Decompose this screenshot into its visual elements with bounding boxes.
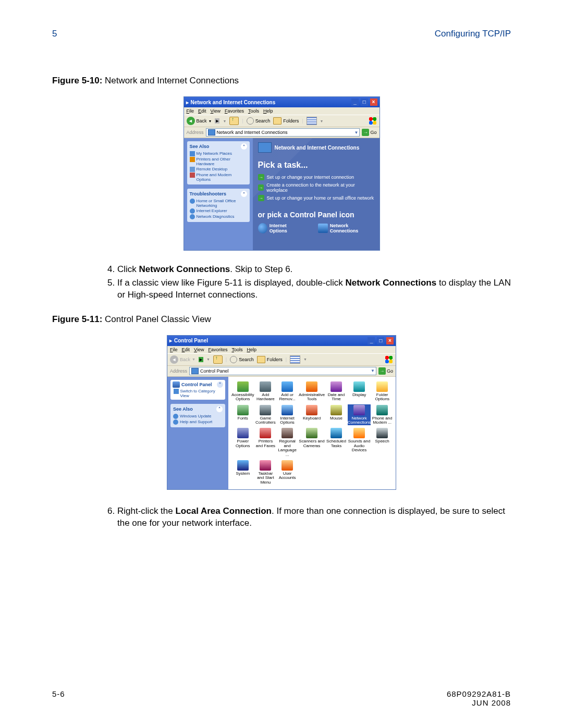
go-button[interactable]: →Go <box>378 367 393 375</box>
cp-icon-date-and-time[interactable]: Date and Time <box>326 381 347 402</box>
see-also-printers[interactable]: Printers and Other Hardware <box>190 157 247 166</box>
menu-tools[interactable]: Tools <box>248 108 259 114</box>
page-footer: 5-6 68P09292A81-B JUN 2008 <box>52 689 511 707</box>
menu-tools[interactable]: Tools <box>231 347 242 352</box>
see-also-remote-desktop[interactable]: Remote Desktop <box>190 167 247 172</box>
collapse-icon[interactable]: ˄ <box>217 381 223 388</box>
cp-icon-system[interactable]: System <box>231 460 254 485</box>
windows-logo-icon <box>384 355 394 364</box>
menubar: File Edit View Favorites Tools Help <box>184 107 380 115</box>
cp-icon-user-accounts[interactable]: User Accounts <box>277 460 298 485</box>
maximize-button[interactable]: □ <box>377 337 384 344</box>
cp-icon-folder-options[interactable]: Folder Options <box>372 381 393 402</box>
screenshot-control-panel: ▸Control Panel _ □ × File Edit View Favo… <box>167 335 396 490</box>
menu-edit[interactable]: Edit <box>182 347 190 352</box>
address-input[interactable]: Control Panel ▼ <box>189 367 376 375</box>
ts-home-office[interactable]: Home or Small Office Networking <box>190 199 247 208</box>
maximize-button[interactable]: □ <box>361 98 368 106</box>
applet-icon <box>282 428 293 438</box>
see-also-my-network-places[interactable]: My Network Places <box>190 151 247 156</box>
cp-icon-game-controllers[interactable]: Game Controllers <box>255 404 276 426</box>
applet-icon <box>260 381 271 392</box>
icon-internet-options[interactable]: Internet Options <box>258 223 303 233</box>
left-task-pane: See Also˄ My Network Places Printers and… <box>184 138 253 250</box>
views-button[interactable] <box>290 355 300 364</box>
cp-icon-add-hardware[interactable]: Add Hardware <box>255 381 276 402</box>
search-button[interactable]: Search <box>230 356 254 363</box>
address-input[interactable]: Network and Internet Connections ▼ <box>206 128 360 137</box>
menu-file[interactable]: File <box>187 108 194 114</box>
applet-icon <box>353 428 365 438</box>
task-setup-internet[interactable]: →Set up or change your Internet connecti… <box>258 174 374 180</box>
close-button[interactable]: × <box>386 337 394 344</box>
collapse-icon[interactable]: ˄ <box>216 406 223 412</box>
menu-favorites[interactable]: Favorites <box>208 347 227 352</box>
address-bar: Address Control Panel ▼ →Go <box>167 366 396 377</box>
menu-help[interactable]: Help <box>263 108 273 114</box>
cp-icon-taskbar-and-start-menu[interactable]: Taskbar and Start Menu <box>255 460 276 485</box>
collapse-icon[interactable]: ˄ <box>241 191 247 197</box>
cp-icon-keyboard[interactable]: Keyboard <box>299 404 325 426</box>
doc-date: JUN 2008 <box>472 698 511 707</box>
back-button[interactable]: ◄Back▼ <box>187 117 212 125</box>
minimize-button[interactable]: _ <box>368 337 375 344</box>
cp-icon-regional-and-language[interactable]: Regional and Language ... <box>277 427 298 458</box>
switch-category-view[interactable]: Switch to Category View <box>174 389 223 398</box>
cp-icon-speech[interactable]: Speech <box>372 427 393 458</box>
cp-icon-power-options[interactable]: Power Options <box>231 427 254 458</box>
cp-icon-mouse[interactable]: Mouse <box>326 404 347 426</box>
step-5: If a classic view like Figure 5-11 is di… <box>117 277 511 301</box>
ts-network-diag[interactable]: Network Diagnostics <box>190 214 247 219</box>
cp-icon-sounds-and-audio-devices[interactable]: Sounds and Audio Devices <box>348 427 371 458</box>
menubar: File Edit View Favorites Tools Help <box>167 346 396 353</box>
menu-edit[interactable]: Edit <box>198 108 206 114</box>
icon-network-connections[interactable]: Network Connections <box>318 223 374 233</box>
menu-favorites[interactable]: Favorites <box>225 108 244 114</box>
task-workplace-connection[interactable]: →Create a connection to the network at y… <box>258 182 374 193</box>
cp-icon-accessibility-options[interactable]: Accessibility Options <box>231 381 254 402</box>
views-button[interactable] <box>307 117 317 125</box>
menu-file[interactable]: File <box>170 347 178 352</box>
cp-icon-add-or-remov[interactable]: Add or Remov... <box>277 381 298 402</box>
up-button[interactable] <box>229 117 239 125</box>
see-also-windows-update[interactable]: Windows Update <box>173 414 223 419</box>
cp-icon-scheduled-tasks[interactable]: Scheduled Tasks <box>326 427 347 458</box>
folders-button[interactable]: Folders <box>273 117 299 125</box>
cp-icon-network-connections[interactable]: Network Connections <box>348 404 371 426</box>
cp-icon-scanners-and-cameras[interactable]: Scanners and Cameras <box>299 427 325 458</box>
task-home-office-network[interactable]: →Set up or change your home or small off… <box>258 195 374 201</box>
applet-icon <box>282 460 293 471</box>
applet-icon <box>331 405 342 415</box>
collapse-icon[interactable]: ˄ <box>241 143 247 150</box>
up-button[interactable] <box>213 355 223 364</box>
applet-icon <box>237 460 249 471</box>
applet-icon <box>306 428 317 438</box>
search-button[interactable]: Search <box>247 117 271 125</box>
window-titlebar: ▸Network and Internet Connections _ □ × <box>184 97 380 107</box>
forward-button[interactable]: ► <box>215 118 219 124</box>
go-button[interactable]: →Go <box>362 129 376 136</box>
menu-view[interactable]: View <box>194 347 204 352</box>
cp-icon-printers-and-faxes[interactable]: Printers and Faxes <box>255 427 276 458</box>
forward-button[interactable]: ► <box>199 357 203 362</box>
menu-help[interactable]: Help <box>247 347 256 352</box>
troubleshooters-panel: Troubleshooters˄ Home or Small Office Ne… <box>187 189 250 222</box>
screenshot-network-internet: ▸Network and Internet Connections _ □ × … <box>183 96 380 251</box>
minimize-button[interactable]: _ <box>351 98 359 106</box>
see-also-help-support[interactable]: Help and Support <box>173 419 223 425</box>
cp-icon-display[interactable]: Display <box>348 381 371 402</box>
window-titlebar: ▸Control Panel _ □ × <box>167 336 396 346</box>
cp-icon-phone-and-modem[interactable]: Phone and Modem ... <box>372 404 393 426</box>
see-also-phone-modem[interactable]: Phone and Modem Options <box>190 172 247 182</box>
chapter-number: 5 <box>52 29 57 39</box>
applet-icon <box>237 405 249 415</box>
see-also-panel: See Also˄ Windows Update Help and Suppor… <box>170 404 225 427</box>
menu-view[interactable]: View <box>211 108 221 114</box>
close-button[interactable]: × <box>370 98 377 106</box>
cp-icon-fonts[interactable]: Fonts <box>231 404 254 426</box>
applet-icon <box>260 428 271 438</box>
cp-icon-administrative-tools[interactable]: Administrative Tools <box>299 381 325 402</box>
folders-button[interactable]: Folders <box>257 356 283 363</box>
ts-ie[interactable]: Internet Explorer <box>190 208 247 214</box>
cp-icon-internet-options[interactable]: Internet Options <box>277 404 298 426</box>
